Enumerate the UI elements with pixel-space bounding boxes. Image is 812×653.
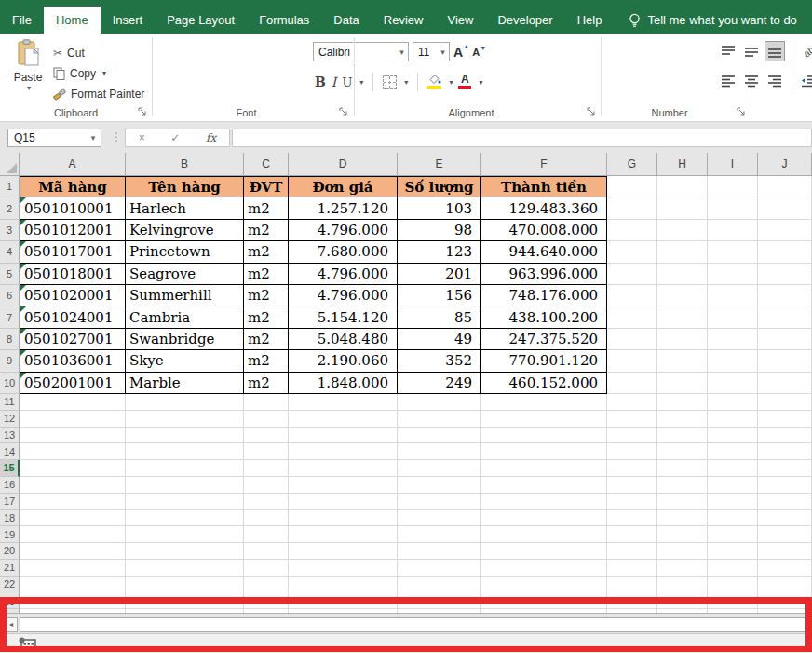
empty-cell[interactable] — [244, 560, 289, 577]
empty-cell[interactable] — [708, 264, 758, 285]
empty-cell[interactable] — [126, 510, 244, 526]
empty-cell[interactable] — [607, 373, 657, 394]
copy-button[interactable]: Copy ▾ — [53, 63, 106, 83]
table-cell[interactable]: 460.152.000 — [481, 373, 607, 394]
table-cell[interactable]: 85 — [398, 306, 481, 328]
table-cell[interactable]: 49 — [398, 329, 481, 350]
empty-cell[interactable] — [657, 494, 708, 510]
table-cell[interactable]: 2.190.060 — [289, 350, 398, 372]
empty-cell[interactable] — [758, 176, 812, 197]
empty-cell[interactable] — [708, 373, 758, 394]
empty-cell[interactable] — [607, 460, 657, 477]
table-cell[interactable]: Harlech — [126, 197, 244, 219]
empty-cell[interactable] — [481, 510, 607, 526]
empty-cell[interactable] — [708, 477, 758, 494]
row-header-5[interactable]: 5 — [0, 264, 20, 285]
row-header-2[interactable]: 2 — [0, 197, 20, 219]
row-header-9[interactable]: 9 — [0, 350, 20, 372]
empty-cell[interactable] — [20, 577, 126, 593]
empty-cell[interactable] — [20, 494, 126, 510]
empty-cell[interactable] — [481, 592, 607, 609]
empty-cell[interactable] — [398, 394, 481, 411]
empty-cell[interactable] — [289, 428, 398, 444]
empty-cell[interactable] — [657, 394, 708, 411]
ribbon-tab-review[interactable]: Review — [372, 7, 436, 34]
empty-cell[interactable] — [758, 460, 812, 477]
table-cell[interactable]: 5.154.120 — [289, 306, 398, 328]
row-header-10[interactable]: 10 — [0, 373, 20, 394]
table-cell[interactable]: 0502001001 — [20, 373, 126, 394]
empty-cell[interactable] — [607, 494, 657, 510]
table-cell[interactable]: Princetown — [126, 241, 244, 263]
empty-cell[interactable] — [758, 350, 812, 372]
italic-button[interactable]: I — [332, 75, 337, 89]
table-cell[interactable]: 748.176.000 — [481, 285, 607, 306]
empty-cell[interactable] — [708, 220, 758, 241]
table-cell[interactable]: m2 — [244, 373, 289, 394]
table-cell[interactable]: 0501018001 — [20, 264, 126, 285]
ribbon-tab-view[interactable]: View — [435, 7, 485, 34]
table-cell[interactable]: m2 — [244, 350, 289, 372]
empty-cell[interactable] — [657, 306, 708, 328]
empty-cell[interactable] — [657, 197, 708, 219]
empty-cell[interactable] — [126, 443, 244, 460]
alignment-dialog-launcher[interactable] — [587, 107, 597, 117]
empty-cell[interactable] — [607, 329, 657, 350]
empty-cell[interactable] — [398, 411, 481, 428]
empty-cell[interactable] — [657, 241, 708, 263]
empty-cell[interactable] — [20, 428, 126, 444]
empty-cell[interactable] — [289, 443, 398, 460]
table-cell[interactable]: 7.680.000 — [289, 241, 398, 263]
table-cell[interactable]: 770.901.120 — [481, 350, 607, 372]
table-cell[interactable]: 352 — [398, 350, 481, 372]
empty-cell[interactable] — [126, 560, 244, 577]
empty-cell[interactable] — [708, 285, 758, 306]
empty-cell[interactable] — [398, 510, 481, 526]
table-cell[interactable]: 103 — [398, 197, 481, 219]
column-header-D[interactable]: D — [289, 153, 398, 176]
empty-cell[interactable] — [398, 443, 481, 460]
empty-cell[interactable] — [708, 577, 758, 593]
empty-cell[interactable] — [481, 543, 607, 560]
table-cell[interactable]: Seagrove — [126, 264, 244, 285]
row-header-4[interactable]: 4 — [0, 241, 20, 263]
empty-cell[interactable] — [398, 526, 481, 543]
empty-cell[interactable] — [244, 543, 289, 560]
column-header-A[interactable]: A — [20, 153, 126, 176]
empty-cell[interactable] — [289, 510, 398, 526]
empty-cell[interactable] — [126, 394, 244, 411]
row-header-11[interactable]: 11 — [0, 394, 20, 411]
table-cell[interactable]: Cambria — [126, 306, 244, 328]
empty-cell[interactable] — [481, 477, 607, 494]
empty-cell[interactable] — [607, 543, 657, 560]
empty-cell[interactable] — [398, 592, 481, 609]
clipboard-dialog-launcher[interactable] — [138, 107, 148, 117]
row-header-7[interactable]: 7 — [0, 306, 20, 328]
table-cell[interactable]: 1.257.120 — [289, 197, 398, 219]
table-cell[interactable]: 4.796.000 — [289, 285, 398, 306]
empty-cell[interactable] — [244, 577, 289, 593]
empty-cell[interactable] — [607, 197, 657, 219]
empty-cell[interactable] — [657, 350, 708, 372]
empty-cell[interactable] — [708, 197, 758, 219]
table-cell[interactable]: Skye — [126, 350, 244, 372]
empty-cell[interactable] — [244, 526, 289, 543]
table-cell[interactable]: Kelvingrove — [126, 220, 244, 241]
empty-cell[interactable] — [126, 477, 244, 494]
empty-cell[interactable] — [607, 510, 657, 526]
table-cell[interactable]: Swanbridge — [126, 329, 244, 350]
empty-cell[interactable] — [607, 220, 657, 241]
table-cell[interactable]: m2 — [244, 306, 289, 328]
empty-cell[interactable] — [607, 176, 657, 197]
empty-cell[interactable] — [758, 526, 812, 543]
empty-cell[interactable] — [398, 460, 481, 477]
ribbon-tab-file[interactable]: File — [0, 7, 44, 34]
table-cell[interactable]: 201 — [398, 264, 481, 285]
insert-function-button[interactable]: fx — [206, 131, 216, 144]
empty-cell[interactable] — [708, 241, 758, 263]
empty-cell[interactable] — [657, 176, 708, 197]
empty-cell[interactable] — [481, 460, 607, 477]
table-cell[interactable]: 5.048.480 — [289, 329, 398, 350]
name-box[interactable]: Q15 ▾ — [7, 129, 102, 147]
empty-cell[interactable] — [708, 443, 758, 460]
